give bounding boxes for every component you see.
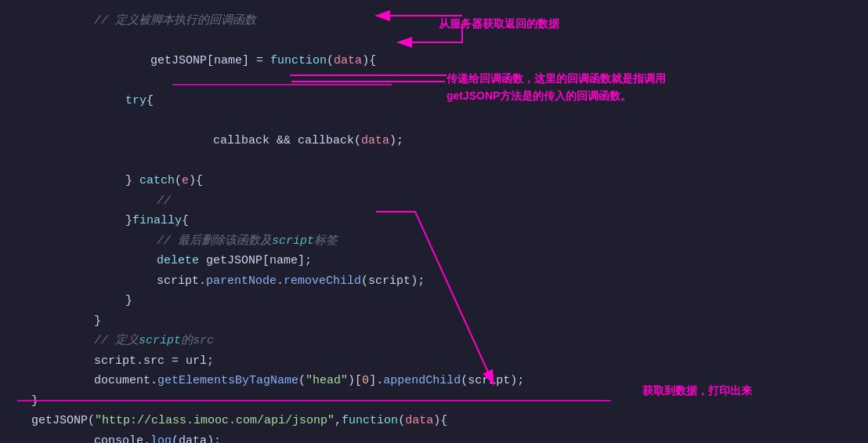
code-line-11: } <box>0 291 868 311</box>
comment-1: // 定义被脚本执行的回调函数 <box>16 11 256 31</box>
code-container: // 定义被脚本执行的回调函数 getJSONP[name] = functio… <box>0 0 868 443</box>
code-callback: callback <box>213 134 277 147</box>
code-line-2: getJSONP[name] = function(data){ <box>0 31 868 92</box>
code-line-8: // 最后删除该函数及script标签 <box>0 231 868 252</box>
code-line-7: }finally{ <box>0 211 868 231</box>
code-line-6: // <box>0 191 868 212</box>
code-line-13: // 定义script的src <box>0 331 868 351</box>
code-line-17: getJSONP("http://class.imooc.com/api/jso… <box>0 411 868 431</box>
code-line-10: script.parentNode.removeChild(script); <box>0 271 868 292</box>
code-line-1: // 定义被脚本执行的回调函数 <box>0 11 868 31</box>
code-line-4: callback && callback(data); <box>0 111 868 172</box>
code-getjsonp: getJSONP <box>150 54 207 67</box>
code-line-14: script.src = url; <box>0 351 868 372</box>
code-line-16: } <box>0 391 868 412</box>
code-line-9: delete getJSONP[name]; <box>0 251 868 271</box>
code-line-18: console.log(data); <box>0 431 868 444</box>
code-line-15: document.getElementsByTagName("head")[0]… <box>0 371 868 391</box>
code-line-12: } <box>0 311 868 332</box>
code-line-3: try{ <box>0 91 868 111</box>
code-line-5: } catch(e){ <box>0 171 868 191</box>
